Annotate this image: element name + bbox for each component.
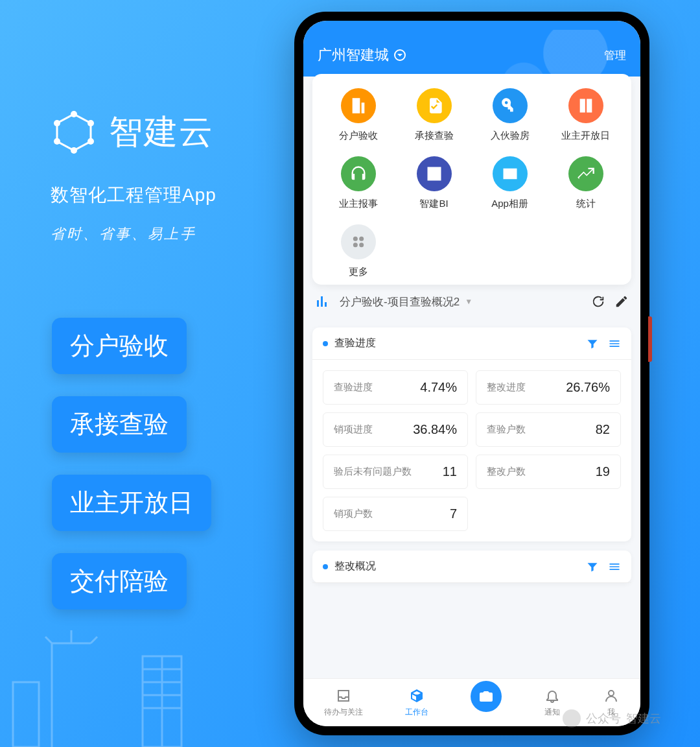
menu-icon[interactable] xyxy=(608,560,621,573)
inbox-icon xyxy=(335,687,352,704)
app-item-4[interactable]: 业主报事 xyxy=(323,156,393,210)
watermark: 公众号 智建云 xyxy=(563,709,661,728)
nav-bell[interactable]: 通知 xyxy=(544,687,561,718)
stat-item: 查验户数82 xyxy=(476,412,621,447)
panel-title: 整改概况 xyxy=(334,560,376,573)
bars-icon xyxy=(315,294,331,309)
chart-icon xyxy=(417,156,452,191)
chevron-down-icon xyxy=(394,49,406,61)
door-icon xyxy=(568,88,603,123)
svg-point-8 xyxy=(71,111,77,117)
nav-inbox[interactable]: 待办与关注 xyxy=(324,687,363,718)
tag-2: 承接查验 xyxy=(52,396,187,453)
project-selector[interactable]: 广州智建城 xyxy=(318,45,406,65)
panel-title: 查验进度 xyxy=(334,337,376,350)
stat-label: 销项户数 xyxy=(334,508,373,520)
project-title: 广州智建城 xyxy=(318,45,389,65)
stat-value: 7 xyxy=(450,506,457,521)
stat-label: 整改进度 xyxy=(487,381,526,394)
stat-item: 查验进度4.74% xyxy=(323,370,468,405)
key-icon xyxy=(493,88,528,123)
stat-value: 36.84% xyxy=(413,422,457,437)
stat-item: 整改户数19 xyxy=(476,455,621,489)
feature-tags: 分户验收 承接查验 业主开放日 交付陪验 xyxy=(52,318,211,632)
tag-3: 业主开放日 xyxy=(52,475,211,531)
app-item-3[interactable]: 业主开放日 xyxy=(550,88,621,142)
stat-label: 验后未有问题户数 xyxy=(334,466,412,478)
app-item-5[interactable]: 智建BI xyxy=(399,156,469,210)
svg-point-9 xyxy=(88,120,94,126)
app-item-6[interactable]: App相册 xyxy=(474,156,545,210)
svg-point-10 xyxy=(88,138,94,145)
progress-panel: 查验进度 查验进度4.74%整改进度26.76%销项进度36.84%查验户数82… xyxy=(312,327,631,541)
slogan: 省时、省事、易上手 xyxy=(51,224,216,244)
trend-icon xyxy=(568,156,603,191)
stat-label: 查验进度 xyxy=(334,381,373,394)
bullet-icon xyxy=(323,341,328,346)
svg-point-14 xyxy=(353,237,357,241)
tag-1: 分户验收 xyxy=(52,318,187,374)
more-icon xyxy=(341,224,376,259)
stat-item: 销项进度36.84% xyxy=(323,412,468,447)
chevron-down-icon: ▼ xyxy=(465,297,472,306)
camera-button[interactable] xyxy=(471,681,502,712)
stat-value: 4.74% xyxy=(420,380,457,395)
stat-label: 销项进度 xyxy=(334,423,373,436)
svg-rect-0 xyxy=(13,682,39,747)
logo-icon xyxy=(51,109,97,156)
svg-marker-7 xyxy=(57,114,91,150)
stat-value: 11 xyxy=(443,464,457,479)
building-icon xyxy=(341,88,376,123)
filter-icon[interactable] xyxy=(586,337,599,350)
headset-icon xyxy=(341,156,376,191)
status-bar xyxy=(303,21,640,36)
apps-card: 分户验收承接查验入伙验房业主开放日业主报事智建BIApp相册统计更多 xyxy=(312,74,631,285)
svg-point-12 xyxy=(54,138,60,145)
app-item-0[interactable]: 分户验收 xyxy=(323,88,393,142)
phone-screen: 广州智建城 管理 分户验收承接查验入伙验房业主开放日业主报事智建BIApp相册统… xyxy=(303,21,640,726)
product-name: 智建云 xyxy=(109,110,214,155)
phone-frame: 广州智建城 管理 分户验收承接查验入伙验房业主开放日业主报事智建BIApp相册统… xyxy=(294,12,649,735)
bullet-icon xyxy=(323,564,328,569)
svg-point-16 xyxy=(353,243,357,247)
chart-header: 分户验收-项目查验概况2 ▼ xyxy=(303,285,640,318)
stat-item: 验后未有问题户数11 xyxy=(323,455,468,489)
app-label: 承接查验 xyxy=(415,130,454,142)
chart-dropdown[interactable]: 分户验收-项目查验概况2 ▼ xyxy=(340,294,582,309)
edit-icon[interactable] xyxy=(614,294,629,309)
app-label: 更多 xyxy=(349,266,368,278)
subtitle: 数智化工程管理App xyxy=(51,183,216,208)
app-label: 业主开放日 xyxy=(561,130,610,142)
workbench-icon xyxy=(408,687,425,704)
bell-icon xyxy=(544,687,561,704)
clipboard-icon xyxy=(417,88,452,123)
svg-point-13 xyxy=(54,120,60,126)
stat-value: 19 xyxy=(596,464,610,479)
app-label: 智建BI xyxy=(419,198,448,210)
menu-icon[interactable] xyxy=(608,337,621,350)
stat-value: 82 xyxy=(596,422,610,437)
wechat-icon xyxy=(563,709,581,728)
app-item-8[interactable]: 更多 xyxy=(323,224,393,278)
svg-point-11 xyxy=(71,147,77,154)
stat-item: 整改进度26.76% xyxy=(476,370,621,405)
app-header: 广州智建城 管理 xyxy=(303,36,640,77)
nav-workbench[interactable]: 工作台 xyxy=(405,687,428,718)
image-icon xyxy=(493,156,528,191)
stat-item: 销项户数7 xyxy=(323,497,468,531)
stat-value: 26.76% xyxy=(566,380,610,395)
app-label: 分户验收 xyxy=(339,130,378,142)
manage-link[interactable]: 管理 xyxy=(604,48,626,63)
stat-label: 整改户数 xyxy=(487,466,526,478)
app-item-2[interactable]: 入伙验房 xyxy=(474,88,545,142)
stat-label: 查验户数 xyxy=(487,423,526,436)
svg-point-17 xyxy=(359,243,364,247)
app-label: 统计 xyxy=(576,198,596,210)
rectify-panel: 整改概况 xyxy=(312,551,631,583)
app-item-7[interactable]: 统计 xyxy=(550,156,621,210)
refresh-icon[interactable] xyxy=(591,294,605,309)
app-label: 入伙验房 xyxy=(491,130,530,142)
tag-4: 交付陪验 xyxy=(52,553,187,610)
filter-icon[interactable] xyxy=(586,560,599,573)
app-item-1[interactable]: 承接查验 xyxy=(399,88,469,142)
